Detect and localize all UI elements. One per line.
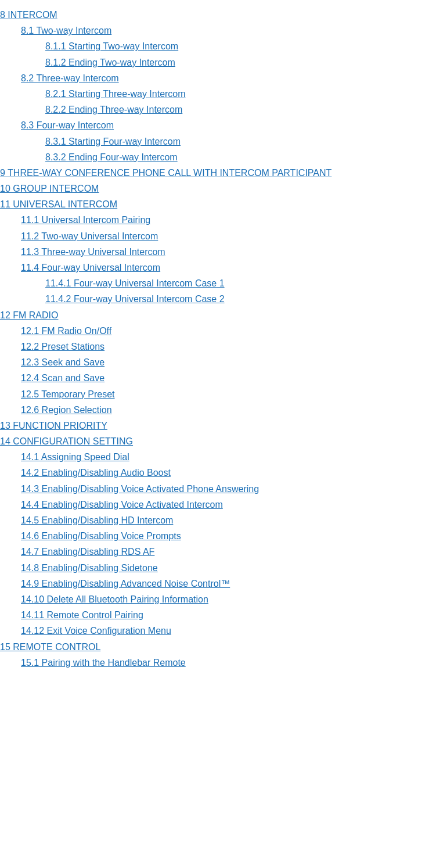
toc-link-2[interactable]: 8.1.1 Starting Two-way Intercom bbox=[0, 38, 436, 54]
toc-link-8[interactable]: 8.3.1 Starting Four-way Intercom bbox=[0, 134, 436, 149]
toc-link-7[interactable]: 8.3 Four-way Intercom bbox=[0, 117, 436, 133]
toc-link-9[interactable]: 8.3.2 Ending Four-way Intercom bbox=[0, 149, 436, 165]
toc-link-23[interactable]: 12.4 Scan and Save bbox=[0, 370, 436, 386]
toc-link-28[interactable]: 14.1 Assigning Speed Dial bbox=[0, 449, 436, 465]
toc-link-0[interactable]: 8 INTERCOM bbox=[0, 7, 436, 23]
toc-container: 8 INTERCOM8.1 Two-way Intercom8.1.1 Star… bbox=[0, 5, 436, 673]
toc-link-41[interactable]: 15.1 Pairing with the Handlebar Remote bbox=[0, 655, 436, 670]
toc-link-21[interactable]: 12.2 Preset Stations bbox=[0, 339, 436, 354]
toc-link-6[interactable]: 8.2.2 Ending Three-way Intercom bbox=[0, 102, 436, 117]
toc-link-33[interactable]: 14.6 Enabling/Disabling Voice Prompts bbox=[0, 528, 436, 544]
toc-link-35[interactable]: 14.8 Enabling/Disabling Sidetone bbox=[0, 560, 436, 576]
toc-link-26[interactable]: 13 FUNCTION PRIORITY bbox=[0, 418, 436, 433]
toc-link-22[interactable]: 12.3 Seek and Save bbox=[0, 354, 436, 370]
toc-link-14[interactable]: 11.2 Two-way Universal Intercom bbox=[0, 228, 436, 244]
toc-link-15[interactable]: 11.3 Three-way Universal Intercom bbox=[0, 244, 436, 260]
toc-link-40[interactable]: 15 REMOTE CONTROL bbox=[0, 639, 436, 655]
toc-link-25[interactable]: 12.6 Region Selection bbox=[0, 402, 436, 418]
toc-link-17[interactable]: 11.4.1 Four-way Universal Intercom Case … bbox=[0, 275, 436, 291]
toc-link-30[interactable]: 14.3 Enabling/Disabling Voice Activated … bbox=[0, 481, 436, 497]
toc-link-5[interactable]: 8.2.1 Starting Three-way Intercom bbox=[0, 86, 436, 102]
toc-link-3[interactable]: 8.1.2 Ending Two-way Intercom bbox=[0, 55, 436, 70]
toc-link-12[interactable]: 11 UNIVERSAL INTERCOM bbox=[0, 196, 436, 212]
toc-link-20[interactable]: 12.1 FM Radio On/Off bbox=[0, 323, 436, 339]
toc-link-38[interactable]: 14.11 Remote Control Pairing bbox=[0, 607, 436, 623]
toc-link-19[interactable]: 12 FM RADIO bbox=[0, 307, 436, 323]
toc-link-37[interactable]: 14.10 Delete All Bluetooth Pairing Infor… bbox=[0, 591, 436, 607]
toc-link-39[interactable]: 14.12 Exit Voice Configuration Menu bbox=[0, 623, 436, 639]
toc-link-29[interactable]: 14.2 Enabling/Disabling Audio Boost bbox=[0, 465, 436, 480]
toc-link-31[interactable]: 14.4 Enabling/Disabling Voice Activated … bbox=[0, 497, 436, 512]
toc-link-24[interactable]: 12.5 Temporary Preset bbox=[0, 386, 436, 402]
toc-link-13[interactable]: 11.1 Universal Intercom Pairing bbox=[0, 212, 436, 228]
toc-link-1[interactable]: 8.1 Two-way Intercom bbox=[0, 23, 436, 38]
toc-link-34[interactable]: 14.7 Enabling/Disabling RDS AF bbox=[0, 544, 436, 559]
toc-link-27[interactable]: 14 CONFIGURATION SETTING bbox=[0, 433, 436, 449]
toc-link-11[interactable]: 10 GROUP INTERCOM bbox=[0, 181, 436, 196]
toc-link-4[interactable]: 8.2 Three-way Intercom bbox=[0, 70, 436, 86]
toc-link-32[interactable]: 14.5 Enabling/Disabling HD Intercom bbox=[0, 512, 436, 528]
toc-link-36[interactable]: 14.9 Enabling/Disabling Advanced Noise C… bbox=[0, 576, 436, 591]
toc-link-10[interactable]: 9 THREE-WAY CONFERENCE PHONE CALL WITH I… bbox=[0, 165, 436, 181]
toc-link-16[interactable]: 11.4 Four-way Universal Intercom bbox=[0, 260, 436, 275]
toc-link-18[interactable]: 11.4.2 Four-way Universal Intercom Case … bbox=[0, 291, 436, 307]
